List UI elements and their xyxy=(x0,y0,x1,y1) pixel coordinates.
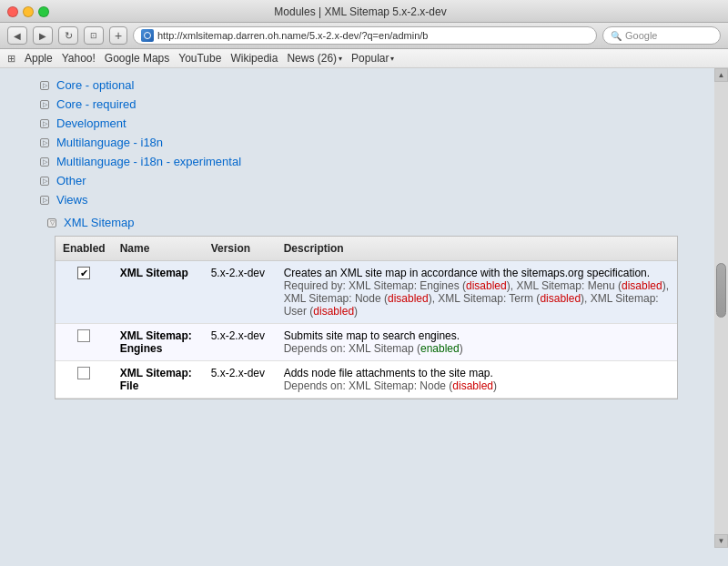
list-item: ▷ Multilanguage - i18n - experimental xyxy=(18,152,696,171)
table-header-version: Version xyxy=(204,237,277,261)
scroll-thumb[interactable] xyxy=(716,263,726,318)
popular-dropdown-arrow: ▾ xyxy=(390,55,394,63)
description-cell: Submits site map to search engines. Depe… xyxy=(277,324,677,361)
scrollbar: ▲ ▼ xyxy=(714,68,728,548)
version-cell: 5.x-2.x-dev xyxy=(204,361,277,399)
description-cell: Adds node file attachments to the site m… xyxy=(277,361,677,399)
url-security-icon xyxy=(141,29,154,42)
name-cell: XML Sitemap xyxy=(113,261,204,324)
content-scroll[interactable]: ▷ Core - optional ▷ Core - required ▷ De… xyxy=(0,68,714,548)
scroll-up-arrow[interactable]: ▲ xyxy=(714,68,728,82)
add-tab-button[interactable]: + xyxy=(109,26,127,45)
depends-text: Depends on: XML Sitemap: Node (disabled) xyxy=(284,379,497,392)
bookmark-popular[interactable]: Popular ▾ xyxy=(351,52,394,65)
url-bar[interactable]: http://xmlsitemap.darren.oh.name/5.x-2.x… xyxy=(133,26,597,45)
module-link-xml-sitemap[interactable]: XML Sitemap xyxy=(64,216,135,229)
list-item: ▷ Other xyxy=(18,171,696,190)
expand-icon[interactable]: ▷ xyxy=(40,196,49,205)
enabled-cell xyxy=(56,361,113,399)
module-link-views[interactable]: Views xyxy=(56,193,87,207)
expand-icon[interactable]: ▷ xyxy=(40,138,49,147)
table-row: ✔ XML Sitemap 5.x-2.x-dev Creates an XML… xyxy=(56,261,677,324)
bookmark-youtube[interactable]: YouTube xyxy=(178,52,221,65)
table-header-name: Name xyxy=(113,237,204,261)
module-list: ▷ Core - optional ▷ Core - required ▷ De… xyxy=(0,68,714,407)
desc-text: Creates an XML site map in accordance wi… xyxy=(284,267,650,279)
list-item: ▷ Development xyxy=(18,114,696,133)
module-table: Enabled Name Version Description xyxy=(56,237,677,399)
description-cell: Creates an XML site map in accordance wi… xyxy=(277,261,677,324)
required-by-text: Required by: XML Sitemap: Engines (disab… xyxy=(284,279,669,318)
module-name: XML Sitemap: Engines xyxy=(120,329,192,355)
scroll-track[interactable] xyxy=(714,82,728,534)
module-link-core-optional[interactable]: Core - optional xyxy=(56,78,134,92)
depends-text: Depends on: XML Sitemap (enabled) xyxy=(284,342,463,355)
bookmark-yahoo[interactable]: Yahoo! xyxy=(62,52,96,65)
table-header-enabled: Enabled xyxy=(56,237,113,261)
snap-button[interactable]: ⊡ xyxy=(84,26,104,45)
xml-table-container: Enabled Name Version Description xyxy=(55,236,678,399)
bookmark-news[interactable]: News (26) ▾ xyxy=(287,52,342,65)
xml-sitemap-section: ▽ XML Sitemap Enabled Name Version Descr… xyxy=(36,213,678,399)
desc-text: Submits site map to search engines. xyxy=(284,329,460,342)
module-link-other[interactable]: Other xyxy=(56,174,86,187)
table-header-description: Description xyxy=(277,237,677,261)
name-cell: XML Sitemap: File xyxy=(113,361,204,399)
version-cell: 5.x-2.x-dev xyxy=(204,261,277,324)
checkbox-unchecked[interactable] xyxy=(77,329,90,342)
enabled-cell xyxy=(56,324,113,361)
window-chrome: Modules | XML Sitemap 5.x-2.x-dev xyxy=(0,0,728,23)
reload-button[interactable]: ↻ xyxy=(58,26,78,45)
module-link-multilanguage[interactable]: Multilanguage - i18n xyxy=(56,136,163,149)
news-dropdown-arrow: ▾ xyxy=(339,55,342,63)
version-cell: 5.x-2.x-dev xyxy=(204,324,277,361)
bookmarks-icon: ⊞ xyxy=(7,53,15,65)
list-item: ▷ Core - optional xyxy=(18,76,696,95)
module-link-multilanguage-exp[interactable]: Multilanguage - i18n - experimental xyxy=(56,155,241,168)
bookmarks-bar: ⊞ Apple Yahoo! Google Maps YouTube Wikip… xyxy=(0,49,728,68)
search-bar[interactable]: 🔍 Google xyxy=(602,26,721,45)
back-button[interactable]: ◀ xyxy=(7,26,27,45)
checkbox-checked[interactable]: ✔ xyxy=(77,267,90,279)
collapse-icon[interactable]: ▽ xyxy=(47,218,56,227)
expand-icon[interactable]: ▷ xyxy=(40,100,49,109)
search-placeholder: Google xyxy=(625,30,657,41)
xml-sitemap-header: ▽ XML Sitemap xyxy=(36,213,678,232)
bookmark-google-maps[interactable]: Google Maps xyxy=(105,52,169,65)
search-icon: 🔍 xyxy=(611,31,622,41)
expand-icon[interactable]: ▷ xyxy=(40,81,49,90)
expand-icon[interactable]: ▷ xyxy=(40,177,49,186)
module-name: XML Sitemap: File xyxy=(120,367,192,392)
name-cell: XML Sitemap: Engines xyxy=(113,324,204,361)
module-link-core-required[interactable]: Core - required xyxy=(56,97,136,111)
bookmark-wikipedia[interactable]: Wikipedia xyxy=(230,52,278,65)
scroll-down-arrow[interactable]: ▼ xyxy=(714,534,728,548)
list-item: ▷ Multilanguage - i18n xyxy=(18,133,696,152)
window-title: Modules | XML Sitemap 5.x-2.x-dev xyxy=(0,5,721,18)
desc-text: Adds node file attachments to the site m… xyxy=(284,367,493,379)
toolbar: ◀ ▶ ↻ ⊡ + http://xmlsitemap.darren.oh.na… xyxy=(0,23,728,49)
url-text: http://xmlsitemap.darren.oh.name/5.x-2.x… xyxy=(157,30,428,41)
table-row: XML Sitemap: File 5.x-2.x-dev Adds node … xyxy=(56,361,677,399)
forward-button[interactable]: ▶ xyxy=(33,26,53,45)
enabled-cell: ✔ xyxy=(56,261,113,324)
list-item: ▷ Core - required xyxy=(18,95,696,114)
main-content: ▷ Core - optional ▷ Core - required ▷ De… xyxy=(0,68,728,548)
bookmark-apple[interactable]: Apple xyxy=(25,52,53,65)
list-item: ▷ Views xyxy=(18,190,696,209)
expand-icon[interactable]: ▷ xyxy=(40,119,49,128)
expand-icon[interactable]: ▷ xyxy=(40,157,49,167)
table-row: XML Sitemap: Engines 5.x-2.x-dev Submits… xyxy=(56,324,677,361)
module-name: XML Sitemap xyxy=(120,267,188,279)
checkbox-unchecked[interactable] xyxy=(77,367,90,379)
module-link-development[interactable]: Development xyxy=(56,116,126,130)
